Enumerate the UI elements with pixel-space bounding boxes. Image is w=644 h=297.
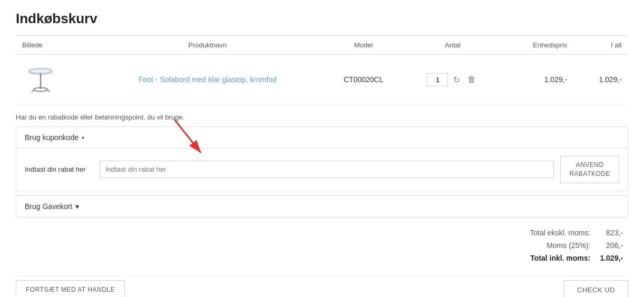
coupon-input[interactable] — [100, 161, 554, 178]
checkout-button[interactable]: CHECK UD — [564, 280, 628, 297]
totals-section: Total ekskl. moms: 823,- Moms (25%): 206… — [16, 226, 628, 265]
product-thumbnail — [22, 61, 59, 98]
coupon-field-label: Indtast din rabat her — [25, 165, 93, 173]
coupon-chevron-icon: ▾ — [82, 135, 84, 141]
excl-value: 823,- — [596, 227, 627, 239]
continue-shopping-button[interactable]: FORTSÆT MED AT HANDLE — [16, 280, 125, 297]
coupon-section-header[interactable]: Brug kuponkode ▾ — [16, 127, 628, 148]
incl-value: 1.029,- — [596, 252, 627, 264]
qty-wrapper: ↻ 🗑 — [410, 73, 495, 86]
coupon-section: Brug kuponkode ▾ Indtast din rabat her A… — [16, 126, 628, 191]
product-link[interactable]: Foot - Sofabord med klar glastop, kromfo… — [139, 75, 277, 84]
vat-value: 206,- — [596, 240, 627, 251]
svg-line-4 — [32, 90, 34, 92]
unit-price-cell: 1.029,- — [502, 55, 574, 105]
totals-excl-row: Total ekskl. moms: 823,- — [525, 227, 627, 239]
col-header-product: Produktnavn — [92, 36, 323, 55]
vat-label: Moms (25%): — [525, 240, 594, 251]
coupon-section-label: Brug kuponkode — [25, 133, 79, 142]
product-name-cell: Foot - Sofabord med klar glastop, kromfo… — [92, 55, 323, 105]
page-title: Indkøbskurv — [16, 11, 628, 27]
remove-item-button[interactable]: 🗑 — [465, 74, 478, 85]
col-header-model: Model — [323, 36, 404, 55]
model-cell: CT00020CL — [323, 55, 404, 105]
totals-incl-row: Total inkl. moms: 1.029,- — [525, 252, 627, 264]
gift-card-section: Brug Gavekort ▾ — [16, 195, 628, 217]
quantity-input[interactable] — [427, 73, 448, 86]
qty-cell: ↻ 🗑 — [404, 55, 502, 105]
bottom-bar: FORTSÆT MED AT HANDLE CHECK UD — [16, 275, 628, 297]
refresh-qty-button[interactable]: ↻ — [451, 74, 462, 86]
incl-label: Total inkl. moms: — [525, 252, 594, 264]
excl-label: Total ekskl. moms: — [525, 227, 594, 239]
apply-coupon-button[interactable]: ANVEND RABATKODE — [560, 156, 619, 183]
product-table-icon — [26, 64, 55, 95]
col-header-unit-price: Enhedspris — [502, 36, 574, 55]
col-header-total: I alt — [573, 36, 628, 55]
rabat-hint: Har du en rabatkode eller belønningspoin… — [16, 113, 628, 121]
gift-card-label: Brug Gavekort — [25, 202, 72, 211]
cart-table: Billede Produktnavn Model Antal Enhedspr… — [16, 35, 628, 105]
col-header-qty: Antal — [404, 36, 502, 55]
table-row: Foot - Sofabord med klar glastop, kromfo… — [16, 55, 628, 105]
gift-card-chevron-icon: ▾ — [75, 202, 79, 211]
totals-vat-row: Moms (25%): 206,- — [525, 240, 627, 251]
col-header-image: Billede — [16, 36, 92, 55]
totals-table: Total ekskl. moms: 823,- Moms (25%): 206… — [524, 226, 628, 265]
coupon-body: Indtast din rabat her ANVEND RABATKODE — [16, 148, 628, 191]
svg-point-1 — [29, 68, 52, 73]
svg-line-5 — [47, 90, 50, 92]
total-cell: 1.029,- — [573, 55, 628, 105]
product-image-cell — [16, 55, 92, 105]
gift-card-header[interactable]: Brug Gavekort ▾ — [16, 196, 628, 217]
